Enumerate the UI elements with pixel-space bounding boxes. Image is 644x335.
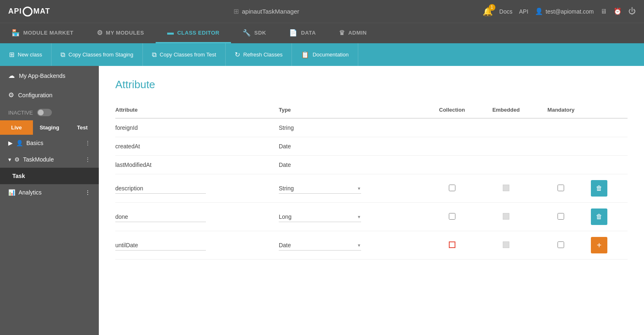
sidebar-item-task[interactable]: Task: [0, 168, 99, 184]
tab-data[interactable]: 📄 DATA: [278, 23, 327, 43]
power-icon[interactable]: ⏻: [628, 7, 636, 16]
env-tab-live[interactable]: Live: [0, 120, 33, 135]
cog-icon: ⚙: [97, 29, 103, 37]
embedded-disabled-done: [503, 213, 509, 220]
logo-text-mat: MAT: [33, 7, 50, 16]
basics-menu-dots[interactable]: ⋮: [85, 140, 91, 146]
mandatory-checkbox-description[interactable]: [558, 185, 564, 191]
sidebar-item-analytics[interactable]: 📊 Analytics ⋮: [0, 184, 99, 201]
attr-type-select-untildate[interactable]: String Date Long: [279, 240, 361, 251]
new-class-label: New class: [18, 52, 42, 58]
store-icon: 🏪: [12, 29, 20, 37]
tab-module-market[interactable]: 🏪 MODULE MARKET: [0, 23, 85, 43]
content-area: Attribute Attribute Type Collection Embe…: [99, 66, 644, 335]
tab-sdk[interactable]: 🔧 SDK: [231, 23, 278, 43]
class-icon: ▬: [167, 29, 174, 36]
tab-sdk-label: SDK: [254, 30, 266, 36]
logo-circle: [23, 7, 33, 16]
documentation-button[interactable]: 📋 Documentation: [292, 43, 358, 66]
monitor-icon[interactable]: 🖥: [600, 8, 607, 15]
sidebar-group-taskmodule[interactable]: ▾ ⚙ TaskModule ⋮: [0, 151, 99, 168]
sidebar-item-configuration[interactable]: ⚙ Configuration: [0, 85, 99, 105]
inactive-row: INACTIVE: [0, 105, 99, 120]
tab-admin[interactable]: ♛ ADMIN: [327, 23, 378, 43]
24-7-icon[interactable]: ⏰: [614, 7, 622, 15]
refresh-icon: ↻: [235, 51, 240, 59]
col-header-type: Type: [279, 103, 428, 118]
user-email[interactable]: test@apiomat.com: [546, 8, 594, 15]
task-label: Task: [12, 173, 25, 179]
sidebar-item-my-app-backends[interactable]: ☁ My App-Backends: [0, 66, 99, 85]
expand-icon-basics: ▶: [8, 140, 13, 146]
data-icon: 📄: [289, 29, 298, 37]
copy-staging-button[interactable]: ⧉ Copy Classes from Staging: [51, 43, 143, 66]
tab-data-label: DATA: [301, 30, 316, 36]
tab-module-market-label: MODULE MARKET: [23, 30, 74, 36]
refresh-label: Refresh Classes: [243, 52, 282, 58]
col-header-embedded: Embedded: [481, 103, 536, 118]
collection-checkbox-description[interactable]: [449, 185, 455, 191]
collapse-icon-taskmodule: ▾: [8, 156, 11, 163]
mandatory-checkbox-untildate[interactable]: [558, 241, 564, 248]
sidebar-group-basics[interactable]: ▶ 👤 Basics ⋮: [0, 135, 99, 151]
attr-type-select-done[interactable]: String Date Long: [279, 212, 361, 222]
notification-bell[interactable]: 🔔 1: [483, 7, 493, 16]
embedded-disabled-untildate: [503, 241, 509, 248]
inactive-toggle[interactable]: [37, 109, 52, 116]
docs-link[interactable]: Docs: [499, 8, 513, 15]
table-row: String Date Long ▼: [115, 174, 628, 203]
page-title: Attribute: [115, 78, 628, 91]
attr-name-input-description[interactable]: [115, 183, 206, 194]
attr-name-input-untildate[interactable]: [115, 240, 206, 251]
tab-my-modules[interactable]: ⚙ MY MODULES: [85, 23, 156, 43]
grid-icon: ⊞: [233, 7, 239, 15]
collection-checkbox-red-untildate[interactable]: [449, 241, 455, 248]
copy-test-label: Copy Classes from Test: [160, 52, 216, 58]
analytics-menu-dots[interactable]: ⋮: [85, 189, 91, 196]
copy-staging-label: Copy Classes from Staging: [68, 52, 133, 58]
env-tab-staging[interactable]: Staging: [33, 120, 66, 135]
attr-name-createdat: createdAt: [115, 137, 279, 156]
cloud-icon: ☁: [8, 72, 15, 80]
add-button-untildate[interactable]: +: [591, 237, 607, 253]
basics-user-icon: 👤: [16, 140, 23, 146]
gear-icon: ⚙: [8, 91, 14, 99]
logo: API MAT: [8, 7, 50, 16]
attr-type-wrapper-description: String Date Long ▼: [279, 183, 361, 194]
refresh-button[interactable]: ↻ Refresh Classes: [226, 43, 292, 66]
user-area: 👤 test@apiomat.com: [535, 7, 594, 15]
attr-type-select-description[interactable]: String Date Long: [279, 183, 361, 194]
api-link[interactable]: API: [519, 8, 529, 15]
mandatory-checkbox-done[interactable]: [558, 213, 564, 220]
table-row: lastModifiedAt Date: [115, 156, 628, 174]
logo-text-api: API: [8, 7, 22, 16]
collection-checkbox-done[interactable]: [449, 213, 455, 220]
env-tab-test-label: Test: [77, 124, 88, 131]
new-class-button[interactable]: ⊞ New class: [0, 43, 51, 66]
tab-class-editor[interactable]: ▬ CLASS EDITOR: [156, 23, 231, 43]
user-icon: 👤: [535, 7, 543, 15]
env-tab-test[interactable]: Test: [66, 120, 99, 135]
copy-test-button[interactable]: ⧉ Copy Classes from Test: [143, 43, 226, 66]
nav-tabs: 🏪 MODULE MARKET ⚙ MY MODULES ▬ CLASS EDI…: [0, 23, 644, 43]
attr-name-input-done[interactable]: [115, 212, 206, 222]
header-right: 🔔 1 Docs API 👤 test@apiomat.com 🖥 ⏰ ⏻: [483, 7, 636, 16]
documentation-label: Documentation: [313, 52, 348, 58]
taskmodule-menu-dots[interactable]: ⋮: [85, 156, 91, 163]
attribute-table: Attribute Type Collection Embedded Manda…: [115, 103, 628, 260]
delete-button-done[interactable]: 🗑: [591, 208, 607, 225]
env-tabs: Live Staging Test: [0, 120, 99, 135]
tab-admin-label: ADMIN: [348, 30, 367, 36]
analytics-label: Analytics: [19, 189, 42, 196]
attr-type-lastmodifiedat: Date: [279, 156, 428, 174]
main-layout: ☁ My App-Backends ⚙ Configuration INACTI…: [0, 66, 644, 335]
attr-name-lastmodifiedat: lastModifiedAt: [115, 156, 279, 174]
sdk-icon: 🔧: [243, 29, 251, 37]
env-tab-live-label: Live: [11, 124, 22, 131]
delete-button-description[interactable]: 🗑: [591, 180, 607, 197]
table-row: String Date Long ▼: [115, 231, 628, 260]
copy-staging-icon: ⧉: [61, 51, 65, 59]
tab-my-modules-label: MY MODULES: [106, 30, 144, 36]
crown-icon: ♛: [339, 29, 345, 37]
app-name: apinautTaskManager: [242, 8, 299, 15]
